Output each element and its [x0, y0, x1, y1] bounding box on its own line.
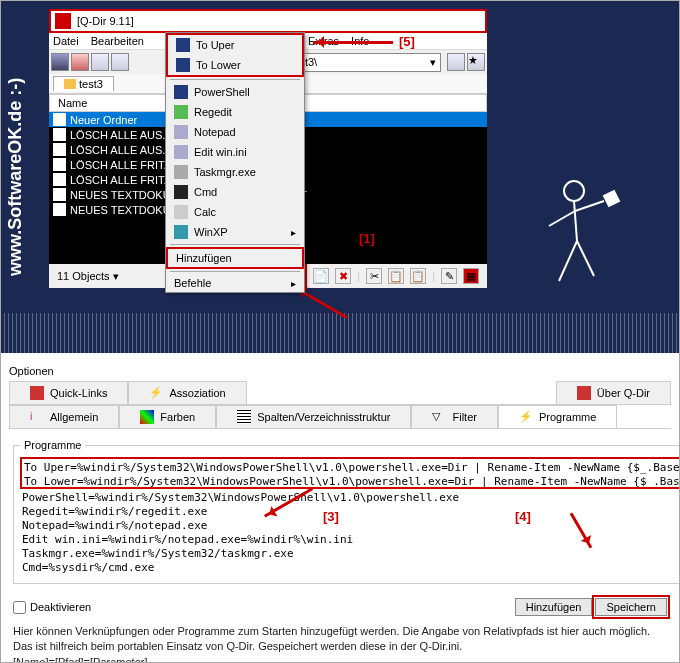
star-icon[interactable]: ★	[467, 53, 485, 71]
options-title: Optionen	[9, 361, 671, 381]
programme-textarea-highlight[interactable]: To Uper=%windir%/System32\WindowsPowerSh…	[20, 457, 680, 489]
tab-filter[interactable]: ▽Filter	[411, 405, 497, 428]
menu-item-taskmgr[interactable]: Taskmgr.exe	[166, 162, 304, 182]
menu-item-to-upper[interactable]: To Uper	[168, 35, 302, 55]
programme-fieldset: Programme To Uper=%windir%/System32\Wind…	[13, 439, 680, 584]
menu-item-edit-winini[interactable]: Edit win.ini	[166, 142, 304, 162]
layout-icon[interactable]	[51, 53, 69, 71]
hinzufuegen-button[interactable]: Hinzufügen	[515, 598, 593, 616]
menu-item-to-lower[interactable]: To Lower	[168, 55, 302, 75]
speichern-button[interactable]: Speichern	[595, 598, 667, 616]
tab-allgemein[interactable]: iAllgemein	[9, 405, 119, 428]
menu-bearbeiten[interactable]: Bearbeiten	[91, 35, 144, 47]
qdir-app-icon	[55, 13, 71, 29]
help-text: Hier können Verknüpfungen oder Programme…	[9, 620, 671, 663]
status-text[interactable]: 11 Objects ▾	[57, 270, 119, 283]
edit-icon[interactable]: ✎	[441, 268, 457, 284]
layout-icon-3[interactable]	[111, 53, 129, 71]
file-tab[interactable]: test3	[53, 76, 114, 91]
tab-assoziation[interactable]: ⚡Assoziation	[128, 381, 246, 404]
menu-datei[interactable]: Datei	[53, 35, 79, 47]
grass-decoration	[1, 313, 679, 353]
tools-dropdown: To Uper To Lower PowerShell Regedit Note…	[165, 32, 305, 293]
watermark-text: www.SoftwareOK.de :-)	[1, 1, 30, 353]
deaktivieren-label: Deaktivieren	[30, 601, 91, 613]
folder-icon	[64, 79, 76, 89]
cut-icon[interactable]: ✂	[366, 268, 382, 284]
menu-item-winxp[interactable]: WinXP▸	[166, 222, 304, 242]
delete-icon[interactable]: ✖	[335, 268, 351, 284]
tab-spalten[interactable]: Spalten/Verzeichnisstruktur	[216, 405, 411, 428]
menu-item-powershell[interactable]: PowerShell	[166, 82, 304, 102]
window-title: [Q-Dir 9.11]	[77, 15, 134, 27]
menu-item-hinzufuegen[interactable]: Hinzufügen	[168, 249, 302, 267]
film-icon[interactable]: ▦	[463, 268, 479, 284]
svg-line-2	[559, 241, 577, 281]
menu-item-befehle[interactable]: Befehle▸	[166, 274, 304, 292]
layout-icon-2[interactable]	[91, 53, 109, 71]
svg-point-0	[564, 181, 584, 201]
tab-farben[interactable]: Farben	[119, 405, 216, 428]
clipboard-icon[interactable]: 📋	[410, 268, 426, 284]
menu-item-cmd[interactable]: Cmd	[166, 182, 304, 202]
tab-programme[interactable]: ⚡Programme	[498, 405, 617, 428]
menu-item-regedit[interactable]: Regedit	[166, 102, 304, 122]
copy-icon[interactable]: 📄	[313, 268, 329, 284]
svg-line-1	[574, 201, 577, 241]
svg-line-5	[575, 201, 604, 211]
menu-item-notepad[interactable]: Notepad	[166, 122, 304, 142]
layout-red-icon[interactable]	[71, 53, 89, 71]
titlebar: [Q-Dir 9.11]	[49, 9, 487, 33]
stick-figure	[529, 171, 629, 301]
go-icon[interactable]	[447, 53, 465, 71]
paste-icon[interactable]: 📋	[388, 268, 404, 284]
programme-legend: Programme	[20, 439, 85, 451]
options-tabs-row2: iAllgemein Farben Spalten/Verzeichnisstr…	[9, 405, 671, 429]
menu-item-calc[interactable]: Calc	[166, 202, 304, 222]
tab-ueber[interactable]: Über Q-Dir	[556, 381, 671, 404]
options-tabs-row1: Quick-Links ⚡Assoziation Über Q-Dir	[9, 381, 671, 405]
deaktivieren-checkbox[interactable]	[13, 601, 26, 614]
svg-line-3	[577, 241, 594, 276]
svg-line-4	[549, 211, 575, 226]
tab-quicklinks[interactable]: Quick-Links	[9, 381, 128, 404]
